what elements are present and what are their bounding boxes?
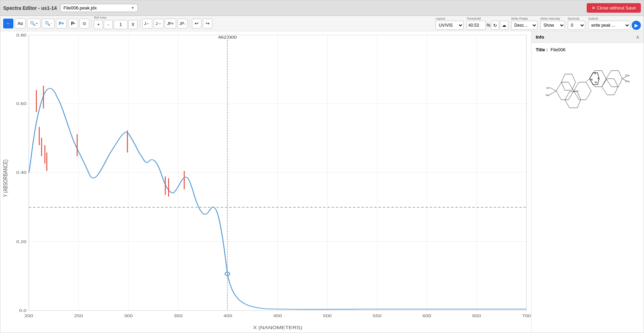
redo-button[interactable]: ↪ [203,19,212,28]
write-peak-select[interactable]: write peak ... [588,21,630,30]
svg-text:0.60: 0.60 [16,102,26,106]
decimal-label: Decimal [568,17,585,20]
svg-line-61 [550,91,556,94]
ref-area-label: Ref Area [94,16,106,19]
svg-text:X (NANOMETERS): X (NANOMETERS) [253,325,302,330]
svg-text:650: 650 [472,314,481,318]
info-header: Info ∧ [532,31,644,43]
svg-text:350: 350 [174,314,182,318]
svg-text:500: 500 [323,314,332,318]
file-dropdown[interactable]: File006.peak.jdx ▼ [60,4,138,12]
ref-minus-button[interactable]: - [104,20,113,29]
close-without-save-button[interactable]: ✕ Close without Save [587,3,641,13]
molecule-structure: HC H₃C CH₃ CH₃ N N [536,59,639,123]
svg-line-54 [586,79,590,82]
toolbar-separator-3 [189,19,190,28]
pin-button[interactable]: ⊙ [79,19,89,28]
zoom-in-icon: 🔍 [30,21,36,26]
ref-x-button[interactable]: X [128,20,137,29]
info-panel: Info ∧ Title : File006 [531,31,644,333]
j-left-button[interactable]: J← [142,19,152,28]
write-peaks-select[interactable]: Desc... Asc... [511,21,537,30]
write-peaks-label: Write Peaks [511,17,537,20]
svg-text:CH₃: CH₃ [625,74,630,77]
svg-text:0.40: 0.40 [16,170,26,175]
chart-area: 462.000 0.80 0.60 0.40 0.20 0.0 200 250 … [0,31,531,333]
toolbar-separator-2 [140,19,140,28]
zoom-out-button[interactable]: 🔍- [42,19,54,28]
svg-marker-50 [556,82,574,100]
threshold-cloud-button[interactable]: ☁ [500,21,508,30]
app-title: Spectra Editor - us1-14 [3,5,57,11]
svg-text:600: 600 [423,314,431,318]
svg-text:0.80: 0.80 [16,33,26,37]
p-plus-button[interactable]: P+ [56,19,67,28]
svg-text:0.0: 0.0 [19,308,27,313]
decimal-select[interactable]: 0 1 2 [568,21,585,30]
svg-text:300: 300 [124,314,133,318]
svg-text:H₃C: H₃C [546,94,550,96]
file-dropdown-label: File006.peak.jdx [64,5,131,11]
j-right-button[interactable]: J→ [154,19,164,28]
zoom-out-icon: 🔍 [45,21,50,26]
file-title-value: File006 [550,47,566,52]
layout-label: Layout [436,17,464,20]
svg-text:Y (ABSORBANCE): Y (ABSORBANCE) [2,159,9,197]
ref-area-input[interactable]: 1 [114,20,128,29]
svg-text:N: N [591,78,593,81]
jp-minus-button[interactable]: JP- [178,19,188,28]
threshold-refresh-button[interactable]: ↻ [491,21,499,30]
threshold-unit: % [487,23,490,28]
ref-add-button[interactable]: + [94,20,103,29]
write-intensity-select[interactable]: Show Hide [540,21,565,30]
svg-text:N: N [598,77,600,80]
info-content: Title : File006 [532,43,644,333]
threshold-label: Threshold [466,17,508,20]
chevron-down-icon: ▼ [131,6,135,10]
write-intensity-label: Write Intensity [540,17,565,20]
svg-text:N: N [595,81,597,84]
svg-text:200: 200 [25,314,33,318]
svg-line-63 [622,76,627,79]
file-title-row: Title : File006 [536,47,639,52]
svg-text:450: 450 [273,314,282,318]
svg-text:250: 250 [74,314,83,318]
svg-text:N: N [594,72,596,75]
svg-text:700: 700 [522,314,531,318]
svg-text:400: 400 [224,314,232,318]
info-collapse-button[interactable]: ∧ [636,34,639,40]
svg-text:462.000: 462.000 [218,35,237,40]
submit-label: Submit [588,17,641,20]
svg-text:0.20: 0.20 [16,239,26,244]
layout-select[interactable]: UV/VIS IR NMR [436,21,464,30]
svg-line-59 [550,87,556,91]
aa-tool-button[interactable]: Aα [15,19,26,28]
svg-text:550: 550 [373,314,381,318]
jp-plus-button[interactable]: JP+ [165,19,176,28]
zoom-in-button[interactable]: 🔍+ [27,19,40,28]
line-tool-button[interactable]: ～ [3,19,13,28]
svg-text:CH₃: CH₃ [625,80,630,83]
submit-button[interactable]: ▶ [632,21,641,30]
threshold-input[interactable] [466,21,486,30]
file-title-label: Title : [536,47,548,52]
svg-text:HC: HC [546,87,550,89]
p-minus-button[interactable]: P- [68,19,78,28]
info-title: Info [536,34,544,40]
undo-button[interactable]: ↩ [192,19,201,28]
toolbar-separator-1 [91,19,92,28]
